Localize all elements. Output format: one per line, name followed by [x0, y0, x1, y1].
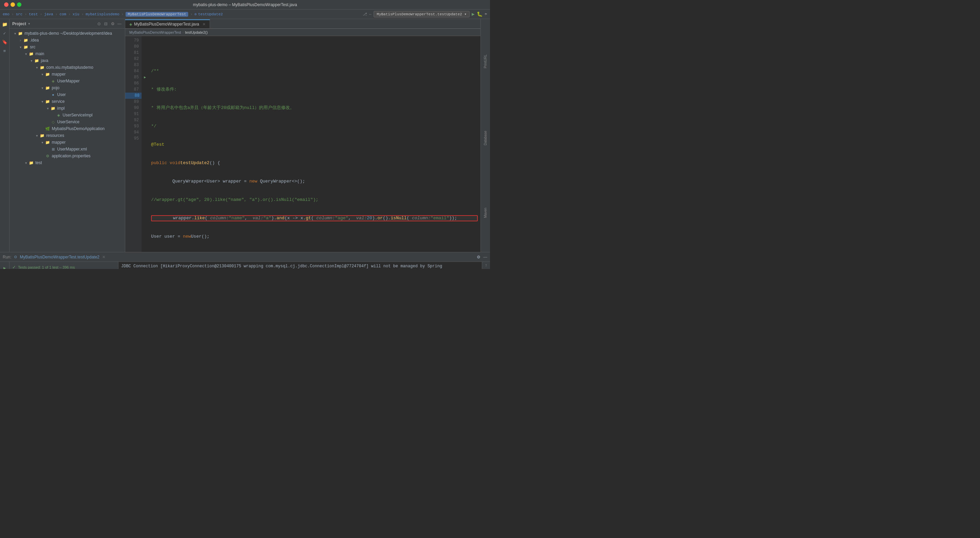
coverage-button-nav[interactable]: ☂: [485, 11, 487, 17]
tree-app-props-label: application.properties: [52, 153, 91, 158]
code-line-82: * 将用户名中包含a并且（年龄大于20或邮箱为null）的用户信息修改。: [151, 105, 478, 111]
nav-demo[interactable]: emo: [3, 12, 10, 16]
close-button[interactable]: [4, 2, 8, 7]
console-output[interactable]: JDBC Connection [HikariProxyConnection@2…: [118, 262, 482, 269]
title-bar: mybatis-plus-demo – MyBatisPlusDemoWrapp…: [0, 0, 490, 10]
panel-header: Project ▾ ⊙ ⊟ ⚙ —: [10, 19, 125, 29]
nav-java[interactable]: java: [44, 12, 53, 16]
panel-collapse-icon[interactable]: ⊟: [103, 21, 108, 27]
tree-app-props[interactable]: ⚙ application.properties: [10, 153, 125, 160]
code-line-84: @Test: [151, 142, 478, 148]
run-button-nav[interactable]: ▶: [472, 11, 474, 17]
nav-src[interactable]: src: [16, 12, 22, 16]
editor-tab-wrapper-test[interactable]: ◈ MyBatisPlusDemoWrapperTest.java ✕: [125, 19, 210, 28]
code-line-88: wrapper.like( column: "name", val: "a").…: [151, 215, 478, 221]
tree-idea[interactable]: › 📁 .idea: [10, 37, 125, 43]
tree-pojo-folder[interactable]: ▾ 📁 pojo: [10, 85, 125, 91]
tree-impl-folder[interactable]: ▾ 📁 impl: [10, 105, 125, 112]
nav-git-icon: ⎇: [363, 12, 367, 16]
run-config-name: MyBatisPlusDemoWrapperTest.testUpdate2: [20, 255, 99, 259]
tree-application-label: MybatisPlusDemoApplication: [52, 126, 105, 131]
right-sidebar-icons: PrintURL Database Maven: [480, 19, 490, 252]
nav-arrow-left[interactable]: ←: [369, 12, 372, 16]
tree-user[interactable]: ● User: [10, 91, 125, 98]
tree-pojo-folder-label: pojo: [52, 85, 60, 90]
nav-xiu[interactable]: xiu: [73, 12, 79, 16]
window-title: mybatis-plus-demo – MyBatisPlusDemoWrapp…: [193, 2, 297, 7]
code-content: 79 80 81 82 83 84 85 86 87 88 89 90 91 9…: [125, 36, 480, 252]
bc-method[interactable]: testUpdate2(): [185, 30, 208, 34]
run-panel-header: Run: ⊙ MyBatisPlusDemoWrapperTest.testUp…: [0, 252, 490, 262]
code-line-83: */: [151, 123, 478, 129]
tree-userservice[interactable]: ◇ UserService: [10, 118, 125, 125]
sidebar-bookmark-icon[interactable]: 🔖: [1, 38, 9, 46]
tree-test-folder[interactable]: ▾ 📁 test: [10, 160, 125, 166]
panel-settings-icon[interactable]: ⚙: [110, 21, 115, 27]
nav-bar: emo › src › test › java › com › xiu › my…: [0, 10, 490, 19]
code-line-87: //wrapper.gt("age", 20).like("name", "a"…: [151, 197, 478, 203]
tab-close-icon[interactable]: ✕: [202, 22, 205, 27]
tree-java-label: java: [41, 58, 48, 63]
line-gutter: ▶: [142, 36, 148, 252]
code-line-81: * 修改条件:: [151, 86, 478, 93]
tree-usermapper-label: UserMapper: [57, 79, 80, 83]
test-passed-banner: ✓ Tests passed: 1 of 1 test – 396 ms: [10, 263, 118, 269]
maximize-button[interactable]: [17, 2, 21, 7]
panel-title: Project: [12, 21, 26, 26]
test-tree: ✓ Tests passed: 1 of 1 test – 396 ms ▾ ✓…: [10, 262, 118, 269]
tree-mapper-res-folder-label: mapper: [52, 140, 66, 145]
tree-com-pkg[interactable]: ▾ 📁 com.xiu.mybatisplusdemo: [10, 64, 125, 71]
run-label: Run:: [3, 255, 11, 259]
tree-application[interactable]: 🌿 MybatisPlusDemoApplication: [10, 125, 125, 132]
tree-root[interactable]: ▾ 📁 mybatis-plus-demo ~/Desktop/developm…: [10, 30, 125, 37]
run-panel: Run: ⊙ MyBatisPlusDemoWrapperTest.testUp…: [0, 252, 490, 269]
code-lines[interactable]: /** * 修改条件: * 将用户名中包含a并且（年龄大于20或邮箱为null）…: [148, 36, 480, 252]
editor-tabs: ◈ MyBatisPlusDemoWrapperTest.java ✕: [125, 19, 480, 29]
code-line-80: /**: [151, 68, 478, 74]
tree-src[interactable]: ▾ 📁 src: [10, 43, 125, 50]
nav-method-name[interactable]: testUpdate2: [198, 12, 223, 16]
tree-mapper-folder[interactable]: ▾ 📁 mapper: [10, 71, 125, 78]
sidebar-structure-icon[interactable]: ≡: [1, 47, 9, 55]
tree-userserviceimpl[interactable]: ◈ UserServiceImpl: [10, 112, 125, 118]
run-play-icon[interactable]: ▶: [2, 265, 8, 269]
right-sidebar-printurl[interactable]: PrintURL: [484, 53, 487, 70]
panel-scope-icon[interactable]: ⊙: [96, 21, 102, 27]
code-editor: ◈ MyBatisPlusDemoWrapperTest.java ✕ MyBa…: [125, 19, 480, 252]
tree-usermapper-xml[interactable]: ⊞ UserMapper.xml: [10, 146, 125, 153]
window-controls[interactable]: [4, 2, 21, 7]
run-close-icon[interactable]: ✕: [102, 255, 105, 259]
tree-main[interactable]: ▾ 📁 main: [10, 50, 125, 57]
nav-mybatisplusdemo[interactable]: mybatisplusdemo: [86, 12, 119, 16]
sidebar-project-icon[interactable]: 📁: [1, 21, 9, 29]
tree-mapper-res-folder[interactable]: ▾ 📁 mapper: [10, 139, 125, 146]
run-expand-icon[interactable]: —: [483, 255, 487, 259]
breadcrumb-bar: MyBatisPlusDemoWrapperTest › testUpdate2…: [125, 29, 480, 36]
passed-check-icon: ✓: [12, 265, 16, 269]
sidebar-commit-icon[interactable]: ✓: [1, 29, 9, 37]
nav-method: ⊙: [195, 12, 197, 16]
nav-com[interactable]: com: [60, 12, 66, 16]
nav-test[interactable]: test: [29, 12, 38, 16]
nav-file-badge[interactable]: MyBatisPlusDemoWrapperTest: [126, 12, 188, 17]
run-content: ▶ ↺ ⬛ ⇅ ⇆ ≡ ⊞ ↑ ↓ 🔍 ✓ Tests passed: 1 of…: [0, 262, 490, 269]
tree-resources-folder[interactable]: ▾ 📁 resources: [10, 132, 125, 139]
panel-dropdown-arrow[interactable]: ▾: [28, 22, 30, 26]
tree-impl-folder-label: impl: [57, 106, 65, 111]
tree-user-label: User: [57, 92, 66, 97]
minimize-button[interactable]: [11, 2, 15, 7]
right-sidebar-database[interactable]: Database: [484, 129, 487, 147]
right-sidebar-maven[interactable]: Maven: [484, 206, 487, 219]
line-numbers: 79 80 81 82 83 84 85 86 87 88 89 90 91 9…: [125, 36, 142, 252]
tree-src-label: src: [30, 45, 35, 49]
tree-usermapper[interactable]: ◈ UserMapper: [10, 78, 125, 85]
panel-close-icon[interactable]: —: [117, 21, 122, 27]
bc-class[interactable]: MyBatisPlusDemoWrapperTest: [129, 30, 181, 34]
debug-button-nav[interactable]: 🐛: [477, 11, 482, 17]
tree-service-folder[interactable]: ▾ 📁 service: [10, 98, 125, 105]
run-config-selector[interactable]: MyBatisPlusDemoWrapperTest.testUpdate2 ▾: [374, 11, 469, 18]
run-settings-icon[interactable]: ⚙: [477, 255, 480, 259]
tree-java[interactable]: ▾ 📁 java: [10, 57, 125, 64]
run-config-icon: ⊙: [14, 255, 17, 259]
console-up-icon[interactable]: ↑: [485, 263, 487, 268]
